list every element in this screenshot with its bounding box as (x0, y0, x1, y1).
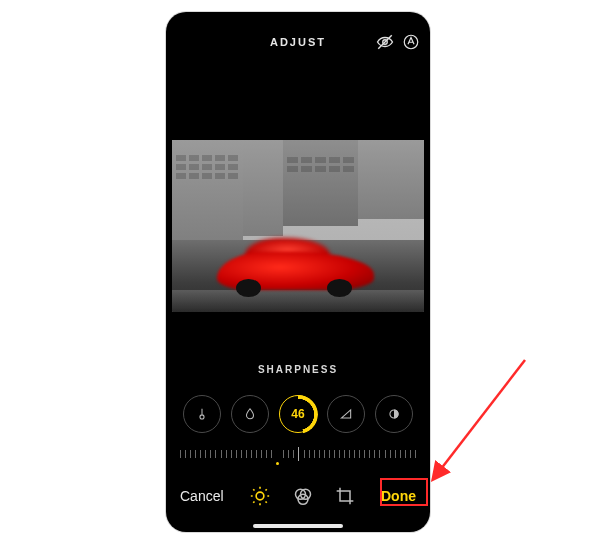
dial-sharpness[interactable]: 46 (279, 395, 317, 433)
photo-subject (217, 229, 373, 298)
editor-header: ADJUST (166, 26, 430, 58)
done-button[interactable]: Done (381, 488, 416, 504)
photo-edit-screen: ADJUST (166, 12, 430, 532)
cancel-button[interactable]: Cancel (180, 488, 224, 504)
dial-progress-ring (279, 395, 318, 434)
photo-preview[interactable] (172, 140, 424, 312)
triangle-icon (339, 407, 353, 421)
slider-ticks (180, 450, 416, 460)
crop-mode-icon[interactable] (335, 486, 355, 506)
svg-line-9 (434, 360, 525, 478)
drop-icon (243, 407, 257, 421)
half-circle-icon (387, 407, 401, 421)
thermometer-icon (195, 407, 209, 421)
adjustment-label: SHARPNESS (166, 364, 430, 375)
header-title: ADJUST (270, 36, 326, 48)
dial-exposure[interactable] (183, 395, 221, 433)
eye-off-icon[interactable] (376, 33, 394, 51)
markup-icon[interactable] (402, 33, 420, 51)
home-indicator[interactable] (253, 524, 343, 528)
adjust-mode-icon[interactable] (249, 485, 271, 507)
dial-brilliance[interactable] (231, 395, 269, 433)
dial-definition[interactable] (327, 395, 365, 433)
svg-point-3 (200, 415, 204, 419)
adjustment-dials[interactable]: 46 (166, 388, 430, 440)
bottom-bar: Cancel D (166, 476, 430, 516)
value-slider[interactable] (180, 442, 416, 468)
svg-point-5 (256, 492, 264, 500)
dial-vignette[interactable] (375, 395, 413, 433)
filters-mode-icon[interactable] (293, 486, 313, 506)
